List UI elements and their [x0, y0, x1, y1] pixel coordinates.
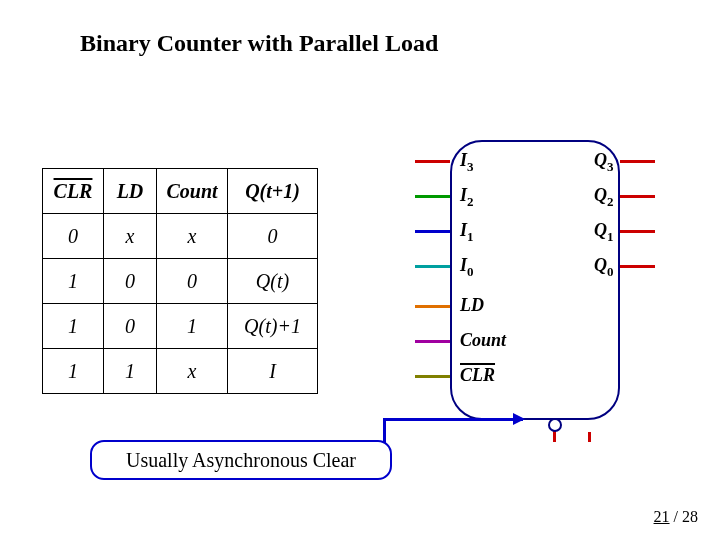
- cell: 1: [43, 259, 104, 304]
- cell: x: [157, 349, 228, 394]
- cell: x: [157, 214, 228, 259]
- cell: Q(t): [228, 259, 318, 304]
- cell: 0: [43, 214, 104, 259]
- wire-q0: [620, 265, 655, 268]
- wire-count: [415, 340, 450, 343]
- wire-q1: [620, 230, 655, 233]
- callout-arrow-icon: [383, 418, 523, 421]
- label-q3: Q3: [594, 150, 614, 175]
- wire-i3: [415, 160, 450, 163]
- col-count: Count: [157, 169, 228, 214]
- table-row: 1 1 x I: [43, 349, 318, 394]
- page-title: Binary Counter with Parallel Load: [80, 30, 438, 57]
- col-clr: CLR: [43, 169, 104, 214]
- table-row: 1 0 0 Q(t): [43, 259, 318, 304]
- cell: 1: [43, 304, 104, 349]
- cell: 0: [157, 259, 228, 304]
- cell: 1: [157, 304, 228, 349]
- label-clr: CLR: [460, 365, 495, 386]
- label-q0: Q0: [594, 255, 614, 280]
- label-q2: Q2: [594, 185, 614, 210]
- wire-bottom-2: [588, 432, 591, 442]
- wire-clr: [415, 375, 450, 378]
- table-row: 0 x x 0: [43, 214, 318, 259]
- wire-q3: [620, 160, 655, 163]
- table-row: 1 0 1 Q(t)+1: [43, 304, 318, 349]
- wire-i2: [415, 195, 450, 198]
- label-i3: I3: [460, 150, 474, 175]
- label-ld: LD: [460, 295, 484, 316]
- callout-box: Usually Asynchronous Clear: [90, 440, 392, 480]
- label-i1: I1: [460, 220, 474, 245]
- cell: 0: [228, 214, 318, 259]
- cell: x: [104, 214, 157, 259]
- cell: 1: [43, 349, 104, 394]
- label-q1: Q1: [594, 220, 614, 245]
- truth-table: CLR LD Count Q(t+1) 0 x x 0 1 0 0 Q(t) 1…: [42, 168, 318, 394]
- col-ld: LD: [104, 169, 157, 214]
- label-i0: I0: [460, 255, 474, 280]
- wire-i1: [415, 230, 450, 233]
- wire-ld: [415, 305, 450, 308]
- cell: Q(t)+1: [228, 304, 318, 349]
- cell: I: [228, 349, 318, 394]
- cell: 0: [104, 259, 157, 304]
- page-number: 21 / 28: [654, 508, 698, 526]
- wire-i0: [415, 265, 450, 268]
- table-header-row: CLR LD Count Q(t+1): [43, 169, 318, 214]
- label-count: Count: [460, 330, 506, 351]
- col-qnext: Q(t+1): [228, 169, 318, 214]
- wire-q2: [620, 195, 655, 198]
- cell: 0: [104, 304, 157, 349]
- cell: 1: [104, 349, 157, 394]
- label-i2: I2: [460, 185, 474, 210]
- invert-bubble-icon: [548, 418, 562, 432]
